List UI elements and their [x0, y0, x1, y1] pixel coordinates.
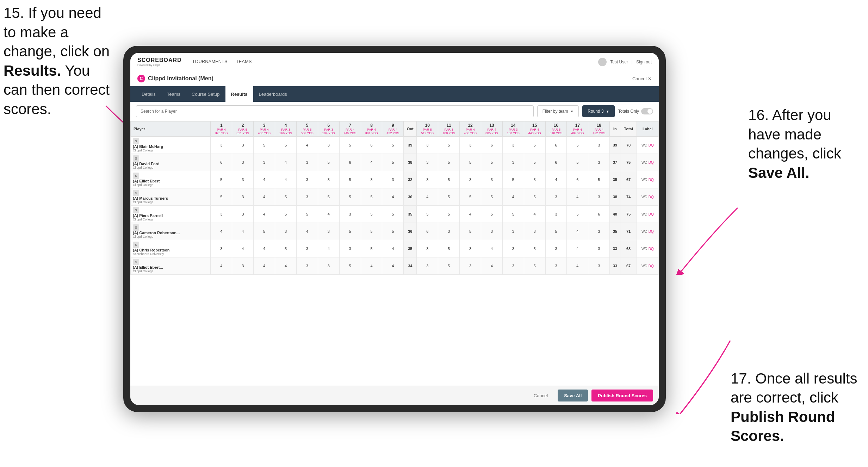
hole-13-score[interactable]: 3: [481, 223, 502, 240]
hole-14-score[interactable]: 5: [502, 206, 524, 223]
dq-label[interactable]: DQ: [649, 195, 654, 199]
hole-18-score[interactable]: 3: [588, 240, 610, 257]
hole-17-score[interactable]: 4: [567, 257, 588, 275]
hole-4-score[interactable]: 3: [275, 223, 297, 240]
hole-6-score[interactable]: 4: [318, 206, 339, 223]
hole-8-score[interactable]: 5: [361, 223, 382, 240]
hole-7-score[interactable]: 6: [339, 154, 361, 171]
wd-label[interactable]: WD: [641, 264, 647, 268]
hole-10-score[interactable]: 5: [417, 206, 438, 223]
save-all-button[interactable]: Save All: [558, 390, 588, 401]
hole-2-score[interactable]: 3: [232, 206, 254, 223]
hole-9-score[interactable]: 4: [382, 188, 404, 206]
wd-label[interactable]: WD: [641, 212, 647, 216]
hole-1-score[interactable]: 3: [211, 240, 232, 257]
hole-13-score[interactable]: 3: [481, 171, 502, 188]
hole-13-score[interactable]: 4: [481, 240, 502, 257]
hole-2-score[interactable]: 4: [232, 240, 254, 257]
hole-15-score[interactable]: 5: [524, 257, 545, 275]
tab-results[interactable]: Results: [225, 86, 253, 102]
filter-by-team-button[interactable]: Filter by team ▼: [537, 105, 579, 117]
hole-9-score[interactable]: 4: [382, 240, 404, 257]
hole-7-score[interactable]: 3: [339, 240, 361, 257]
hole-17-score[interactable]: 5: [567, 154, 588, 171]
hole-7-score[interactable]: 5: [339, 257, 361, 275]
round-selector-button[interactable]: Round 3 ▼: [582, 105, 614, 117]
hole-7-score[interactable]: 3: [339, 206, 361, 223]
hole-1-score[interactable]: 3: [211, 137, 232, 154]
hole-10-score[interactable]: 3: [417, 171, 438, 188]
hole-10-score[interactable]: 3: [417, 257, 438, 275]
hole-1-score[interactable]: 6: [211, 154, 232, 171]
hole-7-score[interactable]: 5: [339, 137, 361, 154]
toggle-switch[interactable]: [641, 108, 653, 114]
publish-round-scores-button[interactable]: Publish Round Scores: [591, 390, 653, 401]
hole-8-score[interactable]: 5: [361, 206, 382, 223]
hole-8-score[interactable]: 5: [361, 240, 382, 257]
hole-3-score[interactable]: 4: [254, 206, 275, 223]
hole-2-score[interactable]: 3: [232, 137, 254, 154]
hole-13-score[interactable]: 5: [481, 188, 502, 206]
hole-18-score[interactable]: 3: [588, 257, 610, 275]
hole-8-score[interactable]: 3: [361, 171, 382, 188]
hole-5-score[interactable]: 3: [296, 240, 318, 257]
hole-9-score[interactable]: 4: [382, 257, 404, 275]
hole-4-score[interactable]: 5: [275, 188, 297, 206]
hole-4-score[interactable]: 4: [275, 171, 297, 188]
hole-15-score[interactable]: 3: [524, 171, 545, 188]
cancel-button[interactable]: Cancel ✕: [632, 76, 652, 81]
hole-4-score[interactable]: 5: [275, 137, 297, 154]
hole-11-score[interactable]: 5: [438, 154, 460, 171]
dq-label[interactable]: DQ: [649, 230, 654, 234]
wd-label[interactable]: WD: [641, 195, 647, 199]
hole-16-score[interactable]: 6: [545, 154, 567, 171]
hole-18-score[interactable]: 3: [588, 154, 610, 171]
hole-4-score[interactable]: 4: [275, 257, 297, 275]
hole-10-score[interactable]: 3: [417, 137, 438, 154]
hole-17-score[interactable]: 5: [567, 137, 588, 154]
wd-label[interactable]: WD: [641, 178, 647, 182]
hole-10-score[interactable]: 3: [417, 240, 438, 257]
search-input[interactable]: [136, 105, 534, 117]
hole-11-score[interactable]: 3: [438, 223, 460, 240]
hole-9-score[interactable]: 5: [382, 137, 404, 154]
hole-17-score[interactable]: 6: [567, 171, 588, 188]
hole-16-score[interactable]: 4: [545, 171, 567, 188]
hole-15-score[interactable]: 5: [524, 154, 545, 171]
hole-12-score[interactable]: 3: [460, 137, 481, 154]
hole-14-score[interactable]: 5: [502, 171, 524, 188]
hole-2-score[interactable]: 3: [232, 154, 254, 171]
hole-18-score[interactable]: 3: [588, 223, 610, 240]
hole-7-score[interactable]: 5: [339, 171, 361, 188]
hole-15-score[interactable]: 4: [524, 206, 545, 223]
hole-14-score[interactable]: 3: [502, 240, 524, 257]
hole-16-score[interactable]: 3: [545, 206, 567, 223]
nav-teams[interactable]: TEAMS: [236, 58, 252, 66]
hole-17-score[interactable]: 5: [567, 206, 588, 223]
hole-9-score[interactable]: 3: [382, 171, 404, 188]
hole-15-score[interactable]: 5: [524, 240, 545, 257]
hole-11-score[interactable]: 5: [438, 240, 460, 257]
sign-out-link[interactable]: Sign out: [636, 60, 652, 64]
dq-label[interactable]: DQ: [649, 212, 654, 216]
hole-11-score[interactable]: 5: [438, 137, 460, 154]
hole-10-score[interactable]: 6: [417, 223, 438, 240]
hole-11-score[interactable]: 5: [438, 206, 460, 223]
hole-12-score[interactable]: 3: [460, 257, 481, 275]
hole-17-score[interactable]: 4: [567, 188, 588, 206]
hole-8-score[interactable]: 6: [361, 137, 382, 154]
hole-17-score[interactable]: 4: [567, 223, 588, 240]
dq-label[interactable]: DQ: [649, 161, 654, 164]
hole-14-score[interactable]: 4: [502, 188, 524, 206]
hole-7-score[interactable]: 5: [339, 223, 361, 240]
dq-label[interactable]: DQ: [649, 178, 654, 182]
nav-tournaments[interactable]: TOURNAMENTS: [192, 58, 228, 66]
hole-12-score[interactable]: 4: [460, 206, 481, 223]
dq-label[interactable]: DQ: [649, 143, 654, 147]
hole-6-score[interactable]: 3: [318, 223, 339, 240]
hole-12-score[interactable]: 5: [460, 154, 481, 171]
hole-6-score[interactable]: 3: [318, 137, 339, 154]
hole-16-score[interactable]: 3: [545, 240, 567, 257]
hole-5-score[interactable]: 5: [296, 206, 318, 223]
hole-3-score[interactable]: 5: [254, 223, 275, 240]
